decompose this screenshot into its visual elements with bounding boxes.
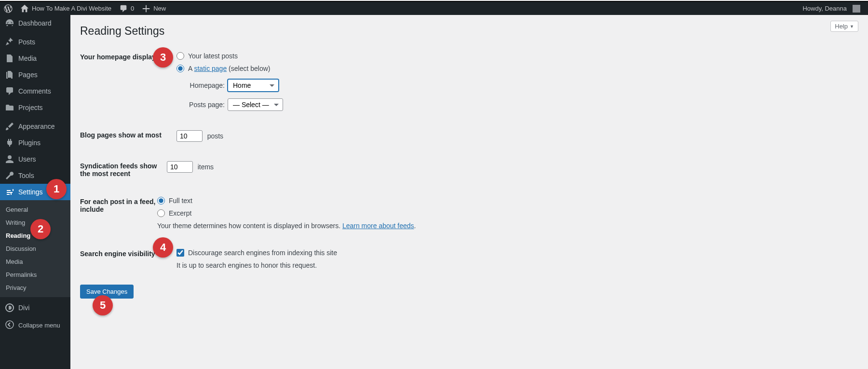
- posts-page-select[interactable]: — Select —: [228, 98, 283, 111]
- sidebar-item-appearance[interactable]: Appearance: [0, 118, 70, 135]
- sidebar-label: Posts: [18, 38, 35, 46]
- callout-5: 5: [93, 295, 113, 315]
- comments-link[interactable]: 0: [115, 1, 138, 15]
- blog-pages-unit: posts: [207, 132, 223, 140]
- media-icon: [5, 54, 14, 63]
- sidebar-label: Divi: [18, 304, 29, 312]
- submenu-privacy[interactable]: Privacy: [0, 281, 70, 294]
- submenu-discussion[interactable]: Discussion: [0, 242, 70, 255]
- sidebar-item-users[interactable]: Users: [0, 151, 70, 167]
- posts-page-select-label: Posts page:: [188, 101, 225, 109]
- radio-static-page[interactable]: [176, 65, 184, 72]
- sidebar-label: Users: [18, 155, 36, 163]
- sidebar-item-pages[interactable]: Pages: [0, 67, 70, 83]
- sidebar-item-media[interactable]: Media: [0, 50, 70, 67]
- sidebar-label: Plugins: [18, 139, 41, 147]
- dashboard-icon: [5, 18, 14, 28]
- sidebar-label: Comments: [18, 87, 51, 95]
- syndication-input[interactable]: [167, 161, 193, 173]
- help-label: Help: [835, 23, 848, 30]
- radio-excerpt-label: Excerpt: [169, 209, 191, 217]
- homepage-select[interactable]: Home: [228, 79, 279, 92]
- wp-logo-link[interactable]: [0, 1, 16, 15]
- sidebar-label: Settings: [18, 188, 43, 196]
- plugin-icon: [5, 138, 14, 148]
- comment-icon: [119, 4, 128, 13]
- feed-include-label: For each post in a feed, include: [80, 197, 157, 213]
- sidebar-label: Projects: [18, 104, 43, 111]
- pin-icon: [5, 37, 14, 47]
- static-page-link[interactable]: static page: [194, 65, 227, 72]
- collapse-menu-button[interactable]: Collapse menu: [0, 316, 70, 335]
- user-icon: [5, 154, 14, 164]
- sidebar-item-plugins[interactable]: Plugins: [0, 135, 70, 151]
- discourage-label: Discourage search engines from indexing …: [188, 249, 337, 257]
- divi-icon: [5, 303, 14, 313]
- settings-submenu: General Writing Reading Discussion Media…: [0, 200, 70, 297]
- callout-1: 1: [46, 179, 67, 199]
- radio-excerpt[interactable]: [157, 209, 165, 217]
- my-account-link[interactable]: Howdy, Deanna: [799, 1, 864, 15]
- site-name-link[interactable]: How To Make A Divi Website: [16, 1, 115, 15]
- sev-description: It is up to search engines to honor this…: [176, 261, 858, 269]
- submenu-general[interactable]: General: [0, 203, 70, 216]
- submenu-media[interactable]: Media: [0, 255, 70, 268]
- plus-icon: [142, 4, 150, 13]
- sidebar-item-divi[interactable]: Divi: [0, 300, 70, 316]
- blog-pages-input[interactable]: [176, 130, 203, 142]
- homepage-select-label: Homepage:: [188, 82, 225, 89]
- syndication-unit: items: [198, 163, 214, 171]
- sidebar-label: Media: [18, 55, 37, 62]
- feed-description: Your theme determines how content is dis…: [157, 222, 858, 230]
- home-icon: [20, 4, 29, 13]
- chevron-down-icon: ▼: [850, 24, 854, 29]
- radio-latest-posts-label: Your latest posts: [188, 52, 238, 60]
- new-content-link[interactable]: New: [138, 1, 170, 15]
- admin-toolbar: How To Make A Divi Website 0 New Howdy, …: [0, 1, 868, 15]
- submenu-permalinks[interactable]: Permalinks: [0, 268, 70, 281]
- admin-sidebar: Dashboard Posts Media Pages Comments Pro…: [0, 15, 70, 369]
- callout-2: 2: [30, 219, 51, 239]
- callout-4: 4: [153, 237, 173, 258]
- discourage-checkbox[interactable]: [176, 249, 184, 257]
- collapse-icon: [5, 320, 14, 331]
- comment-icon: [5, 86, 14, 96]
- sidebar-item-dashboard[interactable]: Dashboard: [0, 15, 70, 31]
- radio-static-page-label: A static page (select below): [188, 65, 270, 72]
- learn-more-feeds-link[interactable]: Learn more about feeds: [342, 222, 414, 230]
- comment-count: 0: [131, 1, 134, 15]
- content-area: Help ▼ Reading Settings Your homepage di…: [70, 15, 868, 369]
- howdy-text: Howdy, Deanna: [802, 1, 847, 15]
- blog-pages-label: Blog pages show at most: [80, 130, 176, 139]
- avatar: [853, 5, 860, 13]
- page-icon: [5, 70, 14, 80]
- radio-full-text-label: Full text: [169, 197, 192, 205]
- site-title: How To Make A Divi Website: [32, 1, 111, 15]
- page-title: Reading Settings: [70, 15, 868, 42]
- sidebar-label: Dashboard: [18, 19, 52, 27]
- settings-icon: [5, 187, 14, 197]
- wordpress-icon: [4, 4, 13, 13]
- sidebar-item-comments[interactable]: Comments: [0, 83, 70, 99]
- help-tab[interactable]: Help ▼: [830, 21, 858, 32]
- brush-icon: [5, 122, 14, 131]
- syndication-label: Syndication feeds show the most recent: [80, 161, 167, 178]
- radio-full-text[interactable]: [157, 197, 165, 205]
- portfolio-icon: [5, 103, 14, 112]
- sidebar-label: Pages: [18, 71, 38, 79]
- sidebar-item-posts[interactable]: Posts: [0, 34, 70, 50]
- sidebar-label: Appearance: [18, 123, 55, 130]
- callout-3: 3: [153, 47, 173, 68]
- collapse-label: Collapse menu: [18, 322, 60, 329]
- radio-latest-posts[interactable]: [176, 52, 184, 60]
- svg-point-1: [6, 321, 14, 328]
- wrench-icon: [5, 171, 14, 180]
- sidebar-label: Tools: [18, 172, 34, 179]
- new-label: New: [153, 1, 166, 15]
- sidebar-item-projects[interactable]: Projects: [0, 99, 70, 116]
